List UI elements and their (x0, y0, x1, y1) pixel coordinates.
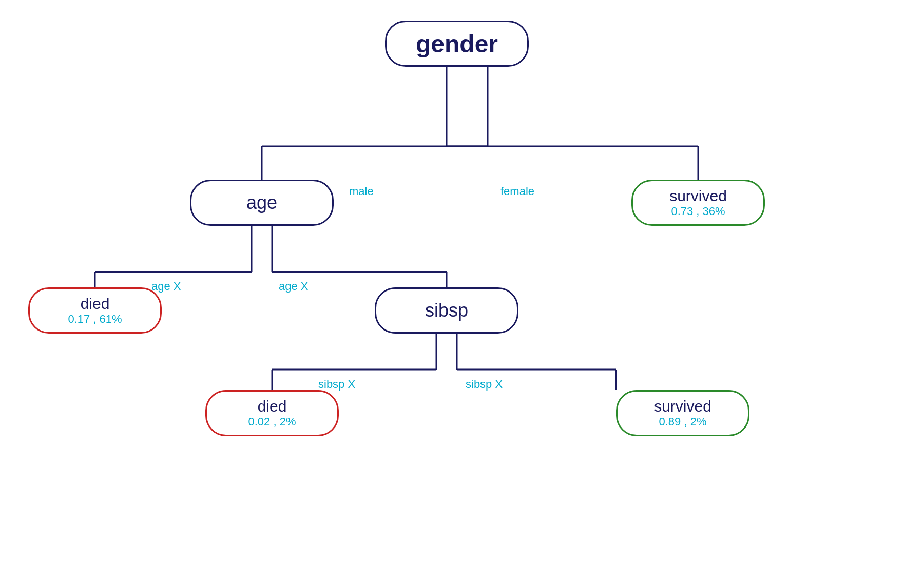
connector-lines (0, 0, 924, 563)
survived-female-stats: 0.73 , 36% (671, 205, 725, 218)
age-x-left-label: age X (151, 280, 181, 293)
survived-sibsp-label: survived (654, 398, 711, 415)
died-sibsp-node: died 0.02 , 2% (205, 390, 339, 436)
died-age-label: died (81, 295, 110, 313)
died-age-stats: 0.17 , 61% (68, 313, 122, 326)
sibsp-node: sibsp (375, 287, 518, 334)
survived-female-node: survived 0.73 , 36% (631, 180, 765, 226)
gender-label: gender (416, 30, 498, 58)
age-node: age (190, 180, 334, 226)
survived-sibsp-stats: 0.89 , 2% (659, 415, 707, 429)
age-label: age (246, 192, 277, 213)
died-sibsp-stats: 0.02 , 2% (248, 415, 296, 429)
sibsp-x-left-label: sibsp X (318, 378, 355, 391)
survived-female-label: survived (669, 187, 727, 205)
male-edge-label: male (349, 185, 374, 198)
sibsp-x-right-label: sibsp X (466, 378, 503, 391)
gender-node: gender (385, 21, 529, 67)
sibsp-label: sibsp (425, 300, 468, 321)
age-x-right-label: age X (279, 280, 309, 293)
survived-sibsp-node: survived 0.89 , 2% (616, 390, 749, 436)
died-sibsp-label: died (258, 398, 287, 415)
decision-tree: gender age survived 0.73 , 36% died 0.17… (0, 0, 924, 563)
female-edge-label: female (500, 185, 534, 198)
died-age-node: died 0.17 , 61% (28, 287, 162, 334)
